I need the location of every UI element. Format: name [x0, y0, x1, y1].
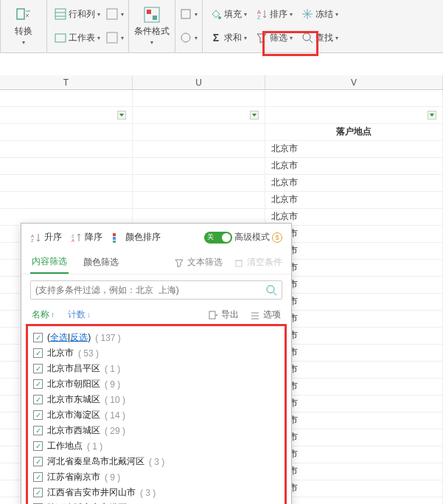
tab-content-filter[interactable]: 内容筛选	[30, 251, 69, 274]
svg-point-26	[267, 286, 274, 293]
misc-icon-3[interactable]	[180, 8, 192, 20]
data-cell[interactable]: 北京市	[265, 429, 443, 446]
svg-rect-6	[107, 32, 117, 43]
svg-text:A: A	[257, 10, 261, 15]
header-cell-v[interactable]: 落户地点	[265, 124, 443, 140]
advanced-mode-toggle[interactable]: 关 高级模式 $	[204, 231, 282, 244]
filter-list-highlight	[26, 324, 287, 504]
fill-icon	[210, 8, 222, 20]
color-sort-icon	[111, 232, 123, 244]
rowcols-icon	[55, 8, 66, 20]
data-cell[interactable]: 北京市	[265, 480, 443, 497]
name-column-header[interactable]: 名称↑	[32, 308, 55, 321]
sum-button[interactable]: Σ求和▾	[207, 30, 250, 46]
data-cell[interactable]: 北京市	[265, 345, 443, 361]
svg-rect-10	[181, 10, 190, 18]
convert-icon	[15, 6, 32, 24]
filter-dropdown-t[interactable]	[117, 111, 126, 120]
data-cell[interactable]: 北京市	[265, 277, 443, 293]
data-cell[interactable]: 北京市	[265, 175, 443, 191]
svg-rect-0	[17, 9, 24, 19]
worksheet-icon	[55, 32, 66, 44]
ribbon: 转换▾ 行和列▾ ▾ 工作表▾ ▾ 条件格式▾ ▾ ▾ 填充▾ AZ排序▾ 冻结…	[0, 0, 443, 53]
data-cell[interactable]: 北京市	[265, 463, 443, 480]
misc-icon-1[interactable]	[106, 8, 118, 20]
data-cell[interactable]: 北京市	[265, 243, 443, 259]
col-t[interactable]: T	[0, 75, 133, 89]
sort-desc-icon: ZA	[71, 232, 83, 244]
svg-rect-22	[113, 237, 116, 240]
worksheet-button[interactable]: 工作表▾	[52, 30, 103, 46]
trash-icon	[233, 257, 245, 269]
search-icon-small[interactable]	[265, 284, 277, 296]
export-icon	[207, 309, 219, 321]
data-cell[interactable]: 北京市	[265, 158, 443, 174]
count-column-header[interactable]: 计数↓	[68, 308, 91, 321]
options-icon	[249, 309, 261, 321]
clear-filter-button[interactable]: 清空条件	[233, 256, 282, 269]
svg-rect-9	[153, 15, 157, 20]
column-headers: T U V	[0, 75, 443, 90]
condformat-button[interactable]: 条件格式▾	[133, 3, 170, 49]
options-button[interactable]: 选项	[249, 308, 281, 321]
convert-button[interactable]: 转换▾	[5, 3, 42, 49]
filter-popup: AZ升序 ZA降序 颜色排序 关 高级模式 $ 内容筛选 颜色筛选 文本筛选 清…	[21, 223, 292, 504]
svg-rect-24	[236, 260, 242, 266]
premium-icon: $	[272, 232, 282, 243]
data-cell[interactable]: 北京市	[265, 396, 443, 412]
sort-icon: AZ	[256, 8, 268, 20]
tab-color-filter[interactable]: 颜色筛选	[82, 252, 120, 273]
misc-icon-4[interactable]	[180, 32, 192, 44]
data-cell[interactable]: 北京市	[265, 446, 443, 463]
filter-search-input[interactable]	[30, 280, 282, 300]
arrow-down-icon: ↓	[87, 311, 91, 319]
svg-point-12	[218, 16, 221, 19]
fill-button[interactable]: 填充▾	[207, 7, 250, 22]
condformat-icon	[143, 6, 161, 24]
data-cell[interactable]: 北京市	[265, 362, 443, 378]
svg-text:Z: Z	[31, 238, 34, 243]
arrow-up-icon: ↑	[51, 311, 55, 319]
filter-dropdown-u[interactable]	[250, 111, 259, 120]
data-cell[interactable]: 北京市	[265, 226, 443, 242]
filter-dropdown-v[interactable]	[428, 111, 436, 120]
freeze-button[interactable]: 冻结▾	[299, 7, 341, 22]
col-v[interactable]: V	[265, 75, 443, 89]
data-cell[interactable]: 北京市	[265, 412, 443, 429]
sort-asc-button[interactable]: AZ升序	[30, 231, 62, 244]
data-cell[interactable]: 北京市	[265, 192, 443, 208]
svg-rect-4	[107, 9, 117, 19]
sort-desc-button[interactable]: ZA降序	[71, 231, 102, 244]
text-filter-button[interactable]: 文本筛选	[173, 256, 223, 269]
toggle-switch-icon: 关	[204, 232, 232, 244]
data-cell[interactable]: 北京市	[265, 209, 443, 225]
data-cell[interactable]: 北京市	[265, 294, 443, 310]
convert-label: 转换	[15, 25, 32, 38]
freeze-icon	[301, 8, 313, 20]
sheet-area: 落户地点 北京市北京市北京市北京市北京市北京市北京市北京市北京市北京市北京市北京…	[0, 90, 443, 503]
funnel-small-icon	[173, 257, 185, 269]
data-cell[interactable]: 北京市	[265, 260, 443, 276]
svg-rect-1	[55, 9, 66, 19]
data-cell[interactable]: 北京市	[265, 328, 443, 344]
svg-rect-8	[147, 10, 151, 14]
sort-button[interactable]: AZ排序▾	[253, 7, 296, 22]
svg-point-11	[181, 33, 190, 42]
col-u[interactable]: U	[133, 75, 265, 89]
filter-button[interactable]: 筛选▾	[253, 30, 296, 46]
color-sort-button[interactable]: 颜色排序	[111, 231, 161, 244]
filter-search-field[interactable]	[35, 285, 265, 295]
search-icon	[301, 32, 313, 44]
svg-point-15	[303, 33, 310, 41]
data-cell[interactable]: 北京市	[265, 311, 443, 327]
find-button[interactable]: 查找▾	[299, 30, 341, 46]
rowcols-button[interactable]: 行和列▾	[52, 7, 103, 22]
data-cell[interactable]: 北京市	[265, 379, 443, 395]
misc-icon-2[interactable]	[106, 32, 118, 44]
svg-rect-28	[209, 311, 215, 319]
svg-line-27	[273, 292, 276, 295]
funnel-icon	[256, 32, 268, 44]
data-cell[interactable]: 北京市	[265, 141, 443, 157]
export-button[interactable]: 导出	[207, 308, 239, 321]
svg-rect-21	[113, 233, 116, 236]
